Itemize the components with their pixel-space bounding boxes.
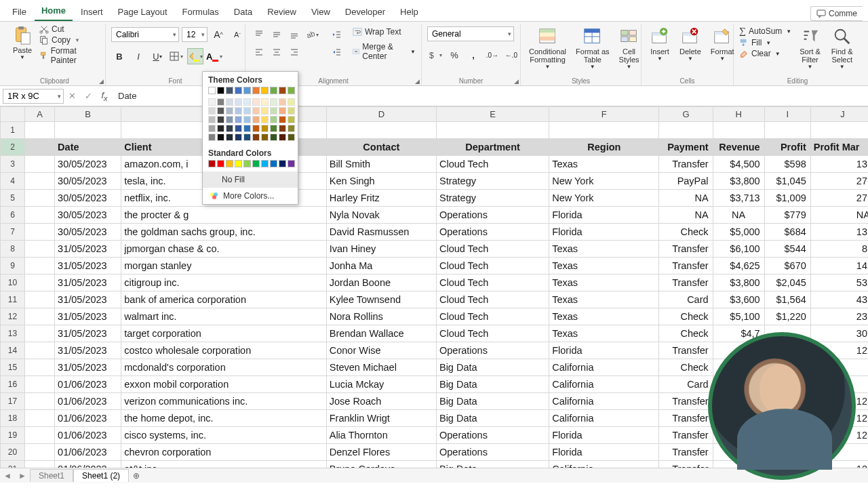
color-swatch[interactable] <box>279 125 286 132</box>
color-swatch[interactable] <box>270 134 277 141</box>
color-swatch[interactable] <box>270 87 277 94</box>
color-swatch[interactable] <box>270 107 277 115</box>
color-swatch[interactable] <box>226 116 233 123</box>
color-swatch[interactable] <box>235 98 242 106</box>
bold-button[interactable]: B <box>111 48 127 64</box>
table-row[interactable]: 730/05/2023the goldman sachs group, inc.… <box>1 224 869 241</box>
color-swatch[interactable] <box>235 87 242 94</box>
color-swatch[interactable] <box>226 98 233 106</box>
comma-button[interactable]: , <box>465 47 481 63</box>
format-as-table-button[interactable]: Format as Table▼ <box>573 25 612 72</box>
row-header-2[interactable]: 2 <box>1 139 25 156</box>
table-header-row[interactable]: 2DateClientContactDepartmentRegionPaymen… <box>1 139 869 156</box>
color-swatch[interactable] <box>243 160 251 167</box>
color-swatch[interactable] <box>288 107 295 115</box>
row-header-8[interactable]: 8 <box>1 241 25 258</box>
color-swatch[interactable] <box>226 87 233 94</box>
more-colors-item[interactable]: More Colors... <box>203 188 298 204</box>
color-swatch[interactable] <box>243 87 251 94</box>
find-select-button[interactable]: Find & Select▼ <box>829 25 856 72</box>
clear-button[interactable]: Clear▼ <box>739 48 791 59</box>
color-swatch[interactable] <box>252 125 260 132</box>
sheet-nav-prev[interactable]: ◄ <box>0 471 15 481</box>
col-header-H[interactable]: H <box>713 107 764 122</box>
delete-cells-button[interactable]: Delete▼ <box>677 25 704 64</box>
color-swatch[interactable] <box>208 160 216 167</box>
tab-home[interactable]: Home <box>35 1 73 21</box>
color-swatch[interactable] <box>243 125 251 132</box>
font-color-button[interactable]: A <box>206 48 222 64</box>
table-row[interactable]: 931/05/2023morgan stanleyJonha MaCloud T… <box>1 258 869 274</box>
table-row[interactable]: 330/05/2023amazon.com, iBill SmithCloud … <box>1 156 869 173</box>
color-swatch[interactable] <box>252 87 260 94</box>
borders-button[interactable] <box>168 48 184 64</box>
paste-button[interactable]: Paste ▼ <box>9 24 35 62</box>
shrink-font-button[interactable]: Aˇ <box>229 26 245 43</box>
tab-insert[interactable]: Insert <box>74 3 110 21</box>
color-swatch[interactable] <box>217 125 224 132</box>
underline-button[interactable]: U▾ <box>149 48 165 64</box>
color-swatch[interactable] <box>261 125 269 132</box>
align-top-button[interactable] <box>251 26 267 43</box>
color-swatch[interactable] <box>270 98 277 106</box>
color-swatch[interactable] <box>261 87 269 94</box>
table-row[interactable]: 1131/05/2023bank of america corporationK… <box>1 291 869 308</box>
color-swatch[interactable] <box>208 87 216 94</box>
percent-button[interactable]: % <box>446 47 462 63</box>
row-header-7[interactable]: 7 <box>1 224 25 241</box>
enter-formula-button[interactable]: ✓ <box>80 91 96 101</box>
cancel-formula-button[interactable]: ✕ <box>64 91 80 101</box>
autosum-button[interactable]: ∑AutoSum▼ <box>739 25 791 37</box>
color-swatch[interactable] <box>261 107 269 115</box>
tab-formulas[interactable]: Formulas <box>176 3 226 21</box>
alignment-launcher[interactable]: ◢ <box>415 78 420 85</box>
color-swatch[interactable] <box>217 107 224 115</box>
cell-styles-button[interactable]: Cell Styles▼ <box>616 25 642 72</box>
row-header-18[interactable]: 18 <box>1 410 25 427</box>
cut-button[interactable]: Cut <box>39 24 100 35</box>
row-header-17[interactable]: 17 <box>1 393 25 410</box>
table-row[interactable]: 1031/05/2023citigroup inc.Jordan BooneCl… <box>1 274 869 291</box>
accounting-format-button[interactable]: $ <box>427 47 443 63</box>
color-swatch[interactable] <box>217 134 224 141</box>
table-row[interactable]: 430/05/2023tesla, inc.Ken SinghStrategyN… <box>1 173 869 190</box>
color-swatch[interactable] <box>243 116 251 123</box>
align-bottom-button[interactable] <box>286 26 302 43</box>
color-swatch[interactable] <box>208 107 216 115</box>
orientation-button[interactable]: ab <box>304 26 320 43</box>
color-swatch[interactable] <box>252 134 260 141</box>
decrease-indent-button[interactable] <box>328 26 344 43</box>
color-swatch[interactable] <box>279 116 286 123</box>
color-swatch[interactable] <box>288 134 295 141</box>
row-header-15[interactable]: 15 <box>1 359 25 376</box>
color-swatch[interactable] <box>226 125 233 132</box>
clipboard-launcher[interactable]: ◢ <box>99 78 104 85</box>
row-header-11[interactable]: 11 <box>1 291 25 308</box>
row-header-6[interactable]: 6 <box>1 207 25 224</box>
color-swatch[interactable] <box>217 116 224 123</box>
color-swatch[interactable] <box>288 116 295 123</box>
tab-page-layout[interactable]: Page Layout <box>111 3 174 21</box>
tab-data[interactable]: Data <box>227 3 259 21</box>
color-swatch[interactable] <box>279 107 286 115</box>
col-header-F[interactable]: F <box>549 107 659 122</box>
number-format-select[interactable]: General <box>427 26 514 41</box>
row-header-13[interactable]: 13 <box>1 325 25 342</box>
color-swatch[interactable] <box>252 160 260 167</box>
row-header-19[interactable]: 19 <box>1 427 25 444</box>
col-header-I[interactable]: I <box>764 107 810 122</box>
col-header-B[interactable]: B <box>55 107 121 122</box>
merge-center-button[interactable]: Merge & Center▼ <box>353 41 416 62</box>
color-swatch[interactable] <box>208 98 216 106</box>
wrap-text-button[interactable]: Wrap Text <box>353 26 416 37</box>
color-swatch[interactable] <box>261 134 269 141</box>
row-header-10[interactable]: 10 <box>1 274 25 291</box>
table-row[interactable]: 831/05/2023jpmorgan chase & co.Ivan Hine… <box>1 241 869 258</box>
col-header-A[interactable]: A <box>25 107 55 122</box>
color-swatch[interactable] <box>252 107 260 115</box>
row-header-5[interactable]: 5 <box>1 190 25 207</box>
row-header-14[interactable]: 14 <box>1 342 25 359</box>
color-swatch[interactable] <box>235 134 242 141</box>
row-header-1[interactable]: 1 <box>1 122 25 139</box>
color-swatch[interactable] <box>235 116 242 123</box>
